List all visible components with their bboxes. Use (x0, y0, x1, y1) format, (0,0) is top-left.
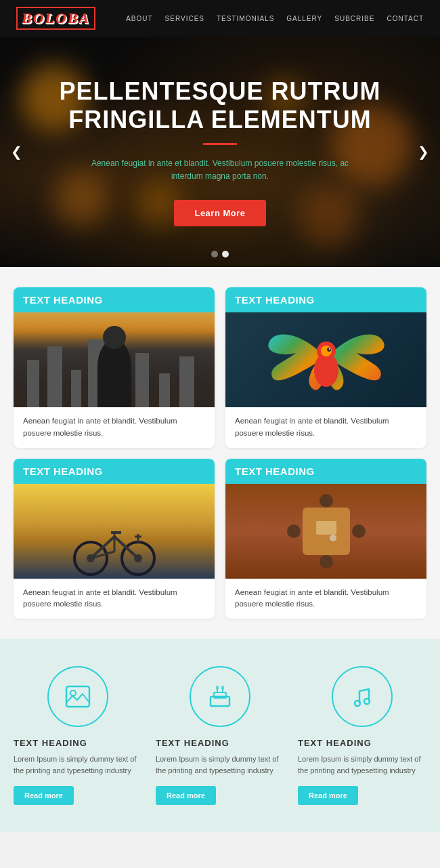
svg-point-20 (287, 524, 301, 538)
hero-section: ❮ PELLENTESQUE RUTRUM FRINGILLA ELEMENTU… (0, 37, 440, 267)
feature-2: TEXT HEADINGLorem Ipsum is simply dummy … (298, 666, 426, 805)
feature-title-0: TEXT HEADING (14, 738, 87, 748)
hero-dots (211, 251, 229, 257)
nav-item-about[interactable]: ABOUT (126, 15, 152, 22)
card-heading-0: TEXT HEADING (14, 287, 215, 312)
features-section: TEXT HEADINGLorem Ipsum is simply dummy … (0, 639, 440, 832)
svg-point-18 (320, 494, 333, 508)
svg-line-10 (114, 537, 138, 558)
parrot-svg (262, 316, 391, 404)
hero-content: PELLENTESQUE RUTRUM FRINGILLA ELEMENTUM … (41, 77, 399, 226)
image-icon (65, 685, 91, 708)
svg-point-23 (330, 535, 336, 541)
feature-title-1: TEXT HEADING (156, 738, 229, 748)
svg-point-19 (320, 555, 333, 569)
read-more-button-1[interactable]: Read more (156, 786, 216, 805)
card-heading-2: TEXT HEADING (14, 459, 215, 484)
learn-more-button[interactable]: Learn More (174, 200, 265, 226)
card-image-bike (14, 484, 215, 579)
feature-text-1: Lorem Ipsum is simply dummy text of the … (156, 753, 284, 777)
music-icon (350, 684, 374, 709)
hero-dot-0[interactable] (211, 251, 218, 257)
svg-point-25 (70, 690, 76, 696)
card-1: TEXT HEADING (225, 287, 426, 448)
read-more-button-0[interactable]: Read more (14, 786, 74, 805)
feature-1: TEXT HEADINGLorem Ipsum is simply dummy … (156, 666, 284, 805)
svg-point-3 (327, 348, 331, 352)
hero-prev-arrow[interactable]: ❮ (5, 138, 28, 165)
cards-grid: TEXT HEADINGAenean feugiat in ante et bl… (14, 287, 426, 619)
feature-icon-wrap-0 (47, 666, 108, 727)
nav-item-services[interactable]: SERVICES (165, 15, 204, 22)
feature-title-2: TEXT HEADING (298, 738, 372, 748)
features-grid: TEXT HEADINGLorem Ipsum is simply dummy … (14, 666, 426, 805)
cake-icon (208, 684, 232, 709)
hero-next-arrow[interactable]: ❯ (412, 138, 435, 165)
card-body-1: Aenean feugiat in ante et blandit. Vesti… (225, 407, 426, 448)
svg-rect-24 (66, 686, 89, 707)
cards-section: TEXT HEADINGAenean feugiat in ante et bl… (0, 267, 440, 639)
feature-icon-wrap-2 (332, 666, 393, 727)
card-image-city (14, 312, 215, 407)
card-image-parrot (225, 312, 426, 407)
feature-text-0: Lorem Ipsum is simply dummy text of the … (14, 753, 142, 777)
nav: ABOUTSERVICESTESTIMONIALSGALLERYSUBCRIBE… (126, 15, 424, 22)
svg-point-4 (329, 348, 330, 350)
hero-dot-1[interactable] (222, 251, 229, 257)
nav-item-gallery[interactable]: GALLERY (286, 15, 322, 22)
hero-subtitle: Aenean feugiat in ante et blandit. Vesti… (78, 157, 362, 183)
card-body-3: Aenean feugiat in ante et blandit. Vesti… (225, 579, 426, 619)
header: BOLOBA ABOUTSERVICESTESTIMONIALSGALLERYS… (0, 0, 440, 37)
card-body-2: Aenean feugiat in ante et blandit. Vesti… (14, 579, 215, 619)
nav-item-testimonials[interactable]: TESTIMONIALS (217, 15, 274, 22)
card-heading-3: TEXT HEADING (225, 459, 426, 484)
read-more-button-2[interactable]: Read more (298, 786, 358, 805)
svg-point-32 (355, 701, 360, 706)
hero-divider (203, 143, 237, 145)
card-2: TEXT HEADING Aenean feugiat in ante et b… (14, 459, 215, 619)
card-image-meeting (225, 484, 426, 579)
feature-icon-wrap-1 (190, 666, 250, 727)
meeting-svg (265, 487, 387, 575)
svg-rect-22 (316, 521, 336, 535)
logo: BOLOBA (16, 7, 95, 30)
card-0: TEXT HEADINGAenean feugiat in ante et bl… (14, 287, 215, 448)
svg-point-31 (221, 686, 224, 690)
svg-point-21 (352, 524, 366, 538)
nav-item-subcribe[interactable]: SUBCRIBE (334, 15, 374, 22)
nav-item-contact[interactable]: CONTACT (387, 15, 424, 22)
card-heading-1: TEXT HEADING (225, 287, 426, 312)
feature-0: TEXT HEADINGLorem Ipsum is simply dummy … (14, 666, 142, 805)
feature-text-2: Lorem Ipsum is simply dummy text of the … (298, 753, 426, 777)
svg-point-30 (216, 686, 219, 690)
card-3: TEXT HEADING Aenean feugiat in ante et b… (225, 459, 426, 619)
hero-title: PELLENTESQUE RUTRUM FRINGILLA ELEMENTUM (41, 77, 399, 133)
bike-svg (70, 511, 158, 579)
card-body-0: Aenean feugiat in ante et blandit. Vesti… (14, 407, 215, 448)
svg-point-33 (364, 699, 370, 704)
